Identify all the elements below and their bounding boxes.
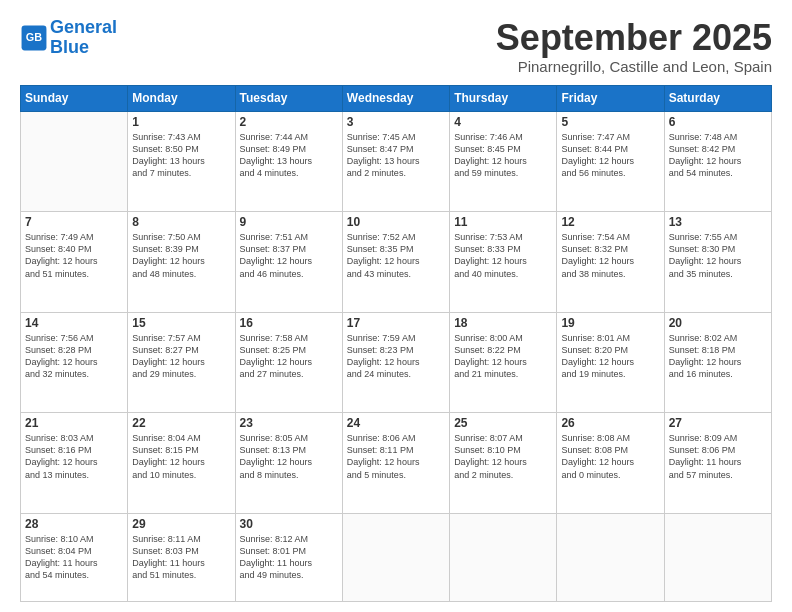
calendar-cell: 10Sunrise: 7:52 AM Sunset: 8:35 PM Dayli… [342, 212, 449, 313]
day-number: 6 [669, 115, 767, 129]
logo-general: General [50, 17, 117, 37]
calendar-cell: 20Sunrise: 8:02 AM Sunset: 8:18 PM Dayli… [664, 312, 771, 413]
day-info: Sunrise: 8:10 AM Sunset: 8:04 PM Dayligh… [25, 533, 123, 582]
day-number: 26 [561, 416, 659, 430]
day-number: 22 [132, 416, 230, 430]
day-info: Sunrise: 7:59 AM Sunset: 8:23 PM Dayligh… [347, 332, 445, 381]
calendar-cell: 30Sunrise: 8:12 AM Sunset: 8:01 PM Dayli… [235, 513, 342, 601]
day-number: 13 [669, 215, 767, 229]
calendar-cell: 28Sunrise: 8:10 AM Sunset: 8:04 PM Dayli… [21, 513, 128, 601]
day-number: 15 [132, 316, 230, 330]
calendar-cell [21, 111, 128, 212]
weekday-header: Thursday [450, 85, 557, 111]
calendar-cell: 17Sunrise: 7:59 AM Sunset: 8:23 PM Dayli… [342, 312, 449, 413]
svg-text:GB: GB [26, 31, 42, 43]
header: GB General Blue September 2025 Pinarnegr… [20, 18, 772, 75]
logo-blue: Blue [50, 37, 89, 57]
day-info: Sunrise: 7:46 AM Sunset: 8:45 PM Dayligh… [454, 131, 552, 180]
calendar-cell: 26Sunrise: 8:08 AM Sunset: 8:08 PM Dayli… [557, 413, 664, 514]
calendar-cell: 5Sunrise: 7:47 AM Sunset: 8:44 PM Daylig… [557, 111, 664, 212]
title-area: September 2025 Pinarnegrillo, Castille a… [496, 18, 772, 75]
day-info: Sunrise: 8:05 AM Sunset: 8:13 PM Dayligh… [240, 432, 338, 481]
calendar-week-row: 7Sunrise: 7:49 AM Sunset: 8:40 PM Daylig… [21, 212, 772, 313]
day-info: Sunrise: 7:58 AM Sunset: 8:25 PM Dayligh… [240, 332, 338, 381]
day-number: 9 [240, 215, 338, 229]
weekday-header: Saturday [664, 85, 771, 111]
day-number: 18 [454, 316, 552, 330]
calendar-cell: 3Sunrise: 7:45 AM Sunset: 8:47 PM Daylig… [342, 111, 449, 212]
weekday-header: Monday [128, 85, 235, 111]
day-info: Sunrise: 8:11 AM Sunset: 8:03 PM Dayligh… [132, 533, 230, 582]
calendar-cell: 15Sunrise: 7:57 AM Sunset: 8:27 PM Dayli… [128, 312, 235, 413]
logo-icon: GB [20, 24, 48, 52]
calendar-cell: 22Sunrise: 8:04 AM Sunset: 8:15 PM Dayli… [128, 413, 235, 514]
calendar-week-row: 21Sunrise: 8:03 AM Sunset: 8:16 PM Dayli… [21, 413, 772, 514]
weekday-header: Sunday [21, 85, 128, 111]
calendar-cell: 8Sunrise: 7:50 AM Sunset: 8:39 PM Daylig… [128, 212, 235, 313]
day-info: Sunrise: 8:12 AM Sunset: 8:01 PM Dayligh… [240, 533, 338, 582]
calendar-cell: 27Sunrise: 8:09 AM Sunset: 8:06 PM Dayli… [664, 413, 771, 514]
page: GB General Blue September 2025 Pinarnegr… [0, 0, 792, 612]
calendar-cell: 12Sunrise: 7:54 AM Sunset: 8:32 PM Dayli… [557, 212, 664, 313]
calendar-week-row: 14Sunrise: 7:56 AM Sunset: 8:28 PM Dayli… [21, 312, 772, 413]
logo: GB General Blue [20, 18, 117, 58]
day-info: Sunrise: 7:57 AM Sunset: 8:27 PM Dayligh… [132, 332, 230, 381]
calendar-cell: 29Sunrise: 8:11 AM Sunset: 8:03 PM Dayli… [128, 513, 235, 601]
calendar-cell: 25Sunrise: 8:07 AM Sunset: 8:10 PM Dayli… [450, 413, 557, 514]
calendar-cell: 23Sunrise: 8:05 AM Sunset: 8:13 PM Dayli… [235, 413, 342, 514]
calendar-cell: 7Sunrise: 7:49 AM Sunset: 8:40 PM Daylig… [21, 212, 128, 313]
day-number: 25 [454, 416, 552, 430]
day-info: Sunrise: 7:56 AM Sunset: 8:28 PM Dayligh… [25, 332, 123, 381]
day-number: 10 [347, 215, 445, 229]
day-number: 21 [25, 416, 123, 430]
day-number: 17 [347, 316, 445, 330]
month-title: September 2025 [496, 18, 772, 58]
day-number: 19 [561, 316, 659, 330]
day-info: Sunrise: 8:04 AM Sunset: 8:15 PM Dayligh… [132, 432, 230, 481]
day-info: Sunrise: 7:50 AM Sunset: 8:39 PM Dayligh… [132, 231, 230, 280]
calendar-cell: 2Sunrise: 7:44 AM Sunset: 8:49 PM Daylig… [235, 111, 342, 212]
day-number: 12 [561, 215, 659, 229]
day-number: 1 [132, 115, 230, 129]
calendar-week-row: 1Sunrise: 7:43 AM Sunset: 8:50 PM Daylig… [21, 111, 772, 212]
calendar-cell: 18Sunrise: 8:00 AM Sunset: 8:22 PM Dayli… [450, 312, 557, 413]
day-info: Sunrise: 8:03 AM Sunset: 8:16 PM Dayligh… [25, 432, 123, 481]
day-number: 4 [454, 115, 552, 129]
day-info: Sunrise: 8:07 AM Sunset: 8:10 PM Dayligh… [454, 432, 552, 481]
day-info: Sunrise: 7:43 AM Sunset: 8:50 PM Dayligh… [132, 131, 230, 180]
calendar-cell: 19Sunrise: 8:01 AM Sunset: 8:20 PM Dayli… [557, 312, 664, 413]
day-info: Sunrise: 7:53 AM Sunset: 8:33 PM Dayligh… [454, 231, 552, 280]
calendar-cell [342, 513, 449, 601]
day-number: 11 [454, 215, 552, 229]
day-info: Sunrise: 7:44 AM Sunset: 8:49 PM Dayligh… [240, 131, 338, 180]
calendar-cell: 1Sunrise: 7:43 AM Sunset: 8:50 PM Daylig… [128, 111, 235, 212]
day-info: Sunrise: 7:52 AM Sunset: 8:35 PM Dayligh… [347, 231, 445, 280]
day-info: Sunrise: 7:54 AM Sunset: 8:32 PM Dayligh… [561, 231, 659, 280]
calendar-cell [557, 513, 664, 601]
calendar-table: SundayMondayTuesdayWednesdayThursdayFrid… [20, 85, 772, 602]
weekday-header: Wednesday [342, 85, 449, 111]
day-info: Sunrise: 8:01 AM Sunset: 8:20 PM Dayligh… [561, 332, 659, 381]
day-info: Sunrise: 8:00 AM Sunset: 8:22 PM Dayligh… [454, 332, 552, 381]
calendar-cell: 4Sunrise: 7:46 AM Sunset: 8:45 PM Daylig… [450, 111, 557, 212]
day-number: 5 [561, 115, 659, 129]
day-number: 28 [25, 517, 123, 531]
calendar-cell [450, 513, 557, 601]
day-info: Sunrise: 7:47 AM Sunset: 8:44 PM Dayligh… [561, 131, 659, 180]
day-number: 20 [669, 316, 767, 330]
day-info: Sunrise: 7:49 AM Sunset: 8:40 PM Dayligh… [25, 231, 123, 280]
calendar-cell: 14Sunrise: 7:56 AM Sunset: 8:28 PM Dayli… [21, 312, 128, 413]
day-number: 7 [25, 215, 123, 229]
day-info: Sunrise: 7:48 AM Sunset: 8:42 PM Dayligh… [669, 131, 767, 180]
calendar-cell: 6Sunrise: 7:48 AM Sunset: 8:42 PM Daylig… [664, 111, 771, 212]
calendar-cell: 9Sunrise: 7:51 AM Sunset: 8:37 PM Daylig… [235, 212, 342, 313]
calendar-week-row: 28Sunrise: 8:10 AM Sunset: 8:04 PM Dayli… [21, 513, 772, 601]
day-info: Sunrise: 8:08 AM Sunset: 8:08 PM Dayligh… [561, 432, 659, 481]
weekday-header: Tuesday [235, 85, 342, 111]
logo-text: General Blue [50, 18, 117, 58]
day-number: 29 [132, 517, 230, 531]
calendar-cell [664, 513, 771, 601]
calendar-cell: 11Sunrise: 7:53 AM Sunset: 8:33 PM Dayli… [450, 212, 557, 313]
calendar-header-row: SundayMondayTuesdayWednesdayThursdayFrid… [21, 85, 772, 111]
calendar-cell: 24Sunrise: 8:06 AM Sunset: 8:11 PM Dayli… [342, 413, 449, 514]
